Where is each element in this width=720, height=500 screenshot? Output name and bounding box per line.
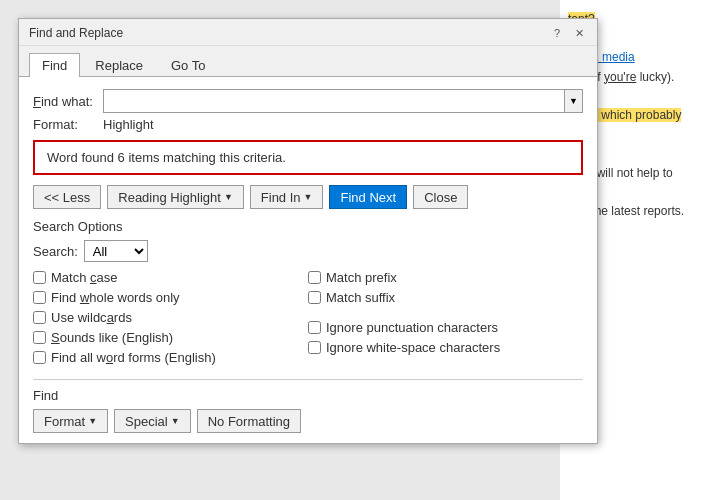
all-forms-label: Find all word forms (English) <box>51 350 216 365</box>
format-value: Highlight <box>103 117 154 132</box>
find-next-button[interactable]: Find Next <box>329 185 407 209</box>
right-options-column: Match prefix Match suffix Ignore punctua… <box>308 270 583 365</box>
bottom-section: Find Format ▼ Special ▼ No Formatting <box>33 379 583 433</box>
search-row: Search: All Up Down <box>33 240 583 262</box>
match-case-option[interactable]: Match case <box>33 270 308 285</box>
ignore-punct-label: Ignore punctuation characters <box>326 320 498 335</box>
match-suffix-checkbox[interactable] <box>308 291 321 304</box>
search-options-label: Search Options <box>33 219 583 234</box>
find-replace-dialog: Find and Replace ? ✕ Find Replace Go To … <box>18 18 598 444</box>
find-input-wrap: ▼ <box>103 89 583 113</box>
match-prefix-label: Match prefix <box>326 270 397 285</box>
status-message: Word found 6 items matching this criteri… <box>33 140 583 175</box>
search-label: Search: <box>33 244 78 259</box>
match-suffix-label: Match suffix <box>326 290 395 305</box>
dialog-title: Find and Replace <box>29 26 123 40</box>
sounds-like-option[interactable]: Sounds like (English) <box>33 330 308 345</box>
special-button[interactable]: Special ▼ <box>114 409 191 433</box>
options-grid: Match case Find whole words only Use wil… <box>33 270 583 365</box>
all-forms-checkbox[interactable] <box>33 351 46 364</box>
match-prefix-option[interactable]: Match prefix <box>308 270 583 285</box>
match-case-label: Match case <box>51 270 117 285</box>
find-in-arrow: ▼ <box>304 192 313 202</box>
tab-goto[interactable]: Go To <box>158 53 218 77</box>
find-input[interactable] <box>104 90 564 112</box>
title-bar-controls: ? ✕ <box>549 25 587 41</box>
close-dialog-button[interactable]: Close <box>413 185 468 209</box>
format-button[interactable]: Format ▼ <box>33 409 108 433</box>
find-input-dropdown-arrow[interactable]: ▼ <box>564 90 582 112</box>
find-in-button[interactable]: Find In ▼ <box>250 185 324 209</box>
bottom-section-find-label: Find <box>33 388 583 403</box>
ignore-punct-option[interactable]: Ignore punctuation characters <box>308 320 583 335</box>
match-prefix-checkbox[interactable] <box>308 271 321 284</box>
format-row: Format: Highlight <box>33 117 583 132</box>
whole-words-label: Find whole words only <box>51 290 180 305</box>
whole-words-checkbox[interactable] <box>33 291 46 304</box>
left-options-column: Match case Find whole words only Use wil… <box>33 270 308 365</box>
tab-find[interactable]: Find <box>29 53 80 77</box>
tabs-bar: Find Replace Go To <box>19 46 597 77</box>
bottom-buttons-row: Format ▼ Special ▼ No Formatting <box>33 409 583 433</box>
match-case-checkbox[interactable] <box>33 271 46 284</box>
less-button[interactable]: << Less <box>33 185 101 209</box>
title-bar: Find and Replace ? ✕ <box>19 19 597 46</box>
no-formatting-button[interactable]: No Formatting <box>197 409 301 433</box>
sounds-like-label: Sounds like (English) <box>51 330 173 345</box>
reading-highlight-arrow: ▼ <box>224 192 233 202</box>
ignore-whitespace-label: Ignore white-space characters <box>326 340 500 355</box>
close-button[interactable]: ✕ <box>571 25 587 41</box>
sounds-like-checkbox[interactable] <box>33 331 46 344</box>
all-forms-option[interactable]: Find all word forms (English) <box>33 350 308 365</box>
reading-highlight-button[interactable]: Reading Highlight ▼ <box>107 185 244 209</box>
action-buttons-row: << Less Reading Highlight ▼ Find In ▼ Fi… <box>33 185 583 209</box>
ignore-whitespace-option[interactable]: Ignore white-space characters <box>308 340 583 355</box>
ignore-whitespace-checkbox[interactable] <box>308 341 321 354</box>
find-what-label: Find what: <box>33 94 103 109</box>
whole-words-option[interactable]: Find whole words only <box>33 290 308 305</box>
dialog-body: Find what: ▼ Format: Highlight Word foun… <box>19 77 597 443</box>
ignore-punct-checkbox[interactable] <box>308 321 321 334</box>
tab-replace[interactable]: Replace <box>82 53 156 77</box>
help-button[interactable]: ? <box>549 25 565 41</box>
wildcards-checkbox[interactable] <box>33 311 46 324</box>
special-dropdown-arrow: ▼ <box>171 416 180 426</box>
find-what-row: Find what: ▼ <box>33 89 583 113</box>
format-label: Format: <box>33 117 103 132</box>
format-dropdown-arrow: ▼ <box>88 416 97 426</box>
wildcards-label: Use wildcards <box>51 310 132 325</box>
match-suffix-option[interactable]: Match suffix <box>308 290 583 305</box>
wildcards-option[interactable]: Use wildcards <box>33 310 308 325</box>
search-select[interactable]: All Up Down <box>84 240 148 262</box>
